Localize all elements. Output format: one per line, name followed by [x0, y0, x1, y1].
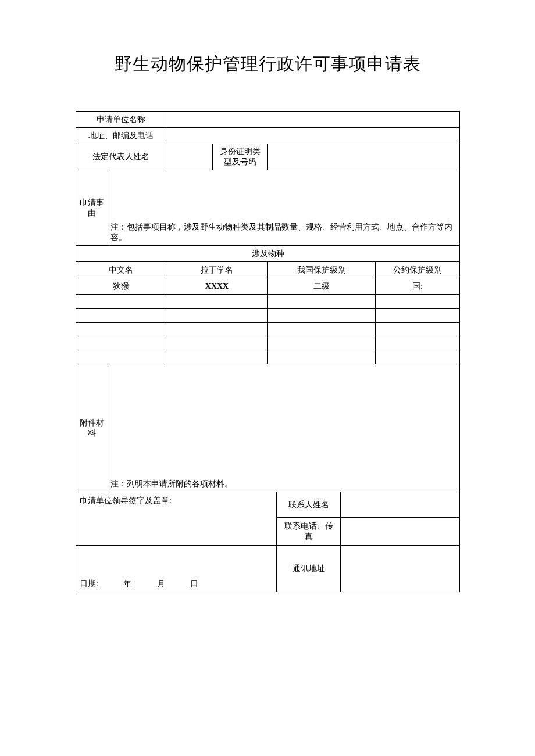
date-block[interactable]: 日期: 年 月 日	[76, 546, 277, 592]
species-row	[76, 309, 460, 323]
species-latin[interactable]	[166, 295, 268, 309]
species-row: 狄猴 XXXX 二级 国:	[76, 278, 460, 295]
row-attachments: 附件材料 注：列明本申请所附的各项材料。	[76, 364, 460, 492]
label-legal-rep: 法定代表人姓名	[76, 144, 166, 170]
sign-text: 巾清单位领导签字及盖章:	[80, 496, 172, 505]
species-cn[interactable]	[76, 295, 166, 309]
value-legal-rep[interactable]	[166, 144, 213, 170]
col-latin-name: 拉丁学名	[166, 262, 268, 278]
row-species-columns: 中文名 拉丁学名 我国保护级别 公约保护级别	[76, 262, 460, 278]
species-cn-level[interactable]	[268, 323, 376, 336]
attachments-content[interactable]: 注：列明本申请所附的各项材料。	[108, 364, 460, 492]
day-blank[interactable]	[167, 578, 190, 586]
species-row	[76, 295, 460, 309]
col-cn-protection: 我国保护级别	[268, 262, 376, 278]
species-cn[interactable]: 狄猴	[76, 278, 166, 295]
row-legal-rep: 法定代表人姓名 身份证明类型及号码	[76, 144, 460, 170]
row-species-header: 涉及物种	[76, 246, 460, 262]
value-contact-address[interactable]	[341, 546, 460, 592]
sign-block[interactable]: 巾清单位领导签字及盖章:	[76, 492, 277, 546]
application-form-table: 申请单位名称 地址、邮编及电话 法定代表人姓名 身份证明类型及号码 巾清事由 注…	[76, 111, 460, 592]
species-cn[interactable]	[76, 350, 166, 364]
value-contact-name[interactable]	[341, 492, 460, 518]
month-blank[interactable]	[134, 578, 157, 586]
label-attachments: 附件材料	[76, 364, 108, 492]
species-cn[interactable]	[76, 309, 166, 323]
species-latin[interactable]: XXXX	[166, 278, 268, 295]
label-species-involved: 涉及物种	[76, 246, 460, 262]
species-cn-level[interactable]: 二级	[268, 278, 376, 295]
label-contact-address: 通讯地址	[277, 546, 341, 592]
row-sign-contact-3: 日期: 年 月 日 通讯地址	[76, 546, 460, 592]
species-conv-level[interactable]	[376, 323, 460, 336]
species-conv-level[interactable]	[376, 295, 460, 309]
species-conv-level[interactable]	[376, 309, 460, 323]
species-latin[interactable]	[166, 350, 268, 364]
attachments-note: 注：列明本申请所附的各项材料。	[110, 479, 233, 488]
label-contact-name: 联系人姓名	[277, 492, 341, 518]
species-conv-level[interactable]	[376, 350, 460, 364]
species-cn-level[interactable]	[268, 295, 376, 309]
species-row	[76, 350, 460, 364]
species-conv-level[interactable]: 国:	[376, 278, 460, 295]
row-address: 地址、邮编及电话	[76, 128, 460, 144]
species-cn-level[interactable]	[268, 309, 376, 323]
date-prefix: 日期:	[80, 579, 98, 588]
species-row	[76, 323, 460, 336]
label-applicant-unit: 申请单位名称	[76, 112, 166, 128]
document-title: 野生动物保护管理行政许可事项申请表	[76, 52, 459, 76]
col-convention-protection: 公约保护级别	[376, 262, 460, 278]
label-contact-phone: 联系电话、传真	[277, 518, 341, 546]
label-address: 地址、邮编及电话	[76, 128, 166, 144]
row-applicant-unit: 申请单位名称	[76, 112, 460, 128]
month-label: 月	[157, 579, 165, 588]
value-id-type[interactable]	[268, 144, 460, 170]
value-applicant-unit[interactable]	[166, 112, 460, 128]
value-contact-phone[interactable]	[341, 518, 460, 546]
year-blank[interactable]	[100, 578, 123, 586]
species-latin[interactable]	[166, 336, 268, 350]
reason-note: 注：包括事项目称，涉及野生动物种类及其制品数量、规格、经营利用方式、地点、合作方…	[110, 223, 452, 242]
row-reason: 巾清事由 注：包括事项目称，涉及野生动物种类及其制品数量、规格、经营利用方式、地…	[76, 170, 460, 246]
species-cn[interactable]	[76, 336, 166, 350]
page: 野生动物保护管理行政许可事项申请表 申请单位名称 地址、邮编及电话 法定代表人姓…	[0, 0, 535, 592]
col-chinese-name: 中文名	[76, 262, 166, 278]
species-row	[76, 336, 460, 350]
reason-content[interactable]: 注：包括事项目称，涉及野生动物种类及其制品数量、规格、经营利用方式、地点、合作方…	[108, 170, 460, 246]
value-address[interactable]	[166, 128, 460, 144]
species-conv-level[interactable]	[376, 336, 460, 350]
row-sign-contact-1: 巾清单位领导签字及盖章: 联系人姓名	[76, 492, 460, 518]
species-latin[interactable]	[166, 309, 268, 323]
species-latin[interactable]	[166, 323, 268, 336]
species-cn-level[interactable]	[268, 350, 376, 364]
label-reason: 巾清事由	[76, 170, 108, 246]
year-label: 年	[123, 579, 131, 588]
species-cn-level[interactable]	[268, 336, 376, 350]
species-cn[interactable]	[76, 323, 166, 336]
label-id-type: 身份证明类型及号码	[213, 144, 268, 170]
day-label: 日	[190, 579, 198, 588]
